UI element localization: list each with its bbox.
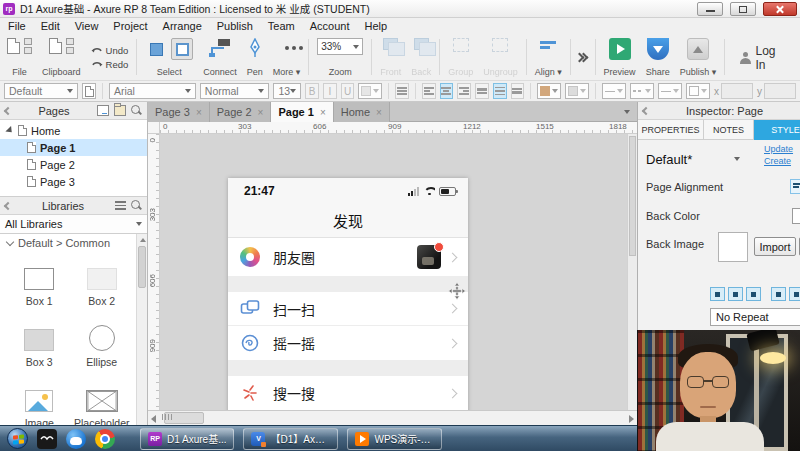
taskbar-button-video[interactable]: V 【D1】Axur... (243, 428, 338, 450)
canvas-viewport[interactable]: 21:47 发现 朋友圈 (160, 134, 627, 410)
repeat-select[interactable]: No Repeat (710, 308, 800, 326)
update-link[interactable]: Update (764, 144, 800, 154)
ungroup-button[interactable]: Ungroup (478, 36, 523, 78)
tab-close-icon[interactable]: × (196, 107, 202, 118)
page-node-page1[interactable]: Page 1 (0, 139, 147, 156)
menu-file[interactable]: File (8, 20, 26, 32)
img-align-left-button[interactable] (710, 287, 725, 301)
scroll-left-icon[interactable] (151, 415, 156, 423)
y-field[interactable] (764, 83, 796, 99)
img-valign-middle-button[interactable] (789, 287, 800, 301)
library-filter-select[interactable]: All Libraries (0, 215, 147, 234)
align-center-button[interactable] (440, 83, 454, 99)
page-style-preset-select[interactable]: Default* Update Create (646, 146, 800, 172)
back-color-swatch[interactable] (792, 208, 800, 224)
library-section-header[interactable]: Default > Common (0, 234, 147, 252)
taskbar-button-wps[interactable]: WPS演示-幻... (347, 428, 442, 450)
bold-button[interactable]: B (305, 83, 319, 99)
menu-account[interactable]: Account (310, 20, 350, 32)
phone-mockup-image[interactable]: 21:47 发现 朋友圈 (228, 178, 468, 410)
font-size-select[interactable]: 13 (273, 83, 301, 99)
menu-edit[interactable]: Edit (41, 20, 60, 32)
collapse-panel-icon[interactable] (642, 106, 650, 114)
page-node-page3[interactable]: Page 3 (0, 173, 147, 190)
valign-top-button[interactable] (475, 83, 489, 99)
select-intersect-button[interactable] (145, 38, 167, 60)
browser-app-icon[interactable] (66, 429, 86, 449)
tab-close-icon[interactable]: × (320, 107, 326, 118)
login-button[interactable]: Log In (728, 36, 798, 78)
align-button[interactable]: Align ▾ (530, 36, 567, 78)
tab-page2[interactable]: Page 2× (210, 102, 272, 122)
select-contain-button[interactable] (171, 38, 193, 60)
tab-close-icon[interactable]: × (258, 107, 264, 118)
library-item-placeholder[interactable]: Placeholder (71, 376, 134, 429)
clipboard-group[interactable]: Clipboard (37, 36, 86, 78)
file-group[interactable]: File (2, 36, 37, 78)
library-scrollbar[interactable] (136, 234, 147, 442)
tab-page3[interactable]: Page 3× (148, 102, 210, 122)
taskbar-button-axure[interactable]: RP D1 Axure基... (140, 428, 234, 450)
line-style-select[interactable] (630, 83, 654, 99)
italic-button[interactable]: I (323, 83, 337, 99)
menu-help[interactable]: Help (364, 20, 387, 32)
line-color-swatch[interactable] (565, 83, 589, 99)
minimize-button[interactable] (697, 2, 723, 16)
pen-group[interactable]: Pen (242, 36, 268, 78)
collapse-panel-icon[interactable] (4, 106, 12, 114)
tab-close-icon[interactable]: × (376, 107, 382, 118)
search-icon[interactable] (131, 105, 142, 116)
connect-group[interactable]: Connect (198, 36, 242, 78)
border-visibility-select[interactable] (686, 83, 710, 99)
library-item-ellipse[interactable]: Ellipse (71, 315, 134, 368)
scrollbar-thumb[interactable] (629, 136, 636, 256)
hamburger-icon[interactable] (115, 201, 126, 210)
tab-home[interactable]: Home× (334, 102, 390, 122)
valign-middle-button[interactable] (493, 83, 507, 99)
menu-team[interactable]: Team (268, 20, 295, 32)
add-page-icon[interactable] (97, 105, 109, 116)
library-item-box3[interactable]: Box 3 (8, 315, 71, 368)
fill-color-swatch[interactable] (537, 83, 561, 99)
x-field[interactable] (721, 83, 753, 99)
tab-style[interactable]: STYLE (754, 120, 800, 140)
library-item-image[interactable]: Image (8, 376, 71, 429)
menu-view[interactable]: View (75, 20, 99, 32)
back-button[interactable]: Back (406, 36, 436, 78)
create-link[interactable]: Create (764, 156, 800, 166)
import-button[interactable]: Import (754, 237, 796, 256)
page-node-home[interactable]: Home (0, 122, 147, 139)
valign-bottom-button[interactable] (511, 83, 525, 99)
more-group[interactable]: More ▾ (268, 36, 306, 78)
img-align-center-button[interactable] (728, 287, 743, 301)
expand-triangle-icon[interactable] (5, 126, 14, 135)
menu-project[interactable]: Project (113, 20, 147, 32)
font-weight-select[interactable]: Normal (200, 83, 270, 99)
bullet-list-button[interactable] (395, 83, 409, 99)
tab-properties[interactable]: PROPERTIES (638, 120, 704, 140)
font-family-select[interactable]: Arial (109, 83, 196, 99)
publish-button[interactable]: Publish ▾ (675, 36, 722, 78)
undo-button[interactable]: Undo (91, 45, 129, 56)
canvas-horizontal-scrollbar[interactable] (148, 410, 637, 425)
maximize-button[interactable] (730, 2, 756, 16)
img-align-right-button[interactable] (746, 287, 761, 301)
expand-toolbar-button[interactable] (574, 36, 592, 78)
tab-list-dropdown-icon[interactable] (617, 102, 637, 121)
chrome-app-icon[interactable] (95, 429, 115, 449)
collapse-panel-icon[interactable] (4, 201, 12, 209)
font-color-swatch[interactable] (358, 83, 382, 99)
line-width-select[interactable] (602, 83, 626, 99)
scroll-right-icon[interactable] (629, 415, 634, 423)
img-valign-top-button[interactable] (771, 287, 786, 301)
library-item-box1[interactable]: Box 1 (8, 254, 71, 307)
align-right-button[interactable] (457, 83, 471, 99)
front-button[interactable]: Front (375, 36, 406, 78)
edit-styles-icon[interactable] (82, 83, 96, 99)
start-button[interactable] (7, 428, 28, 449)
library-item-box2[interactable]: Box 2 (71, 254, 134, 307)
preview-button[interactable]: Preview (599, 36, 641, 78)
back-image-thumbnail[interactable] (718, 232, 748, 262)
menu-publish[interactable]: Publish (217, 20, 253, 32)
canvas-vertical-scrollbar[interactable] (627, 134, 637, 410)
